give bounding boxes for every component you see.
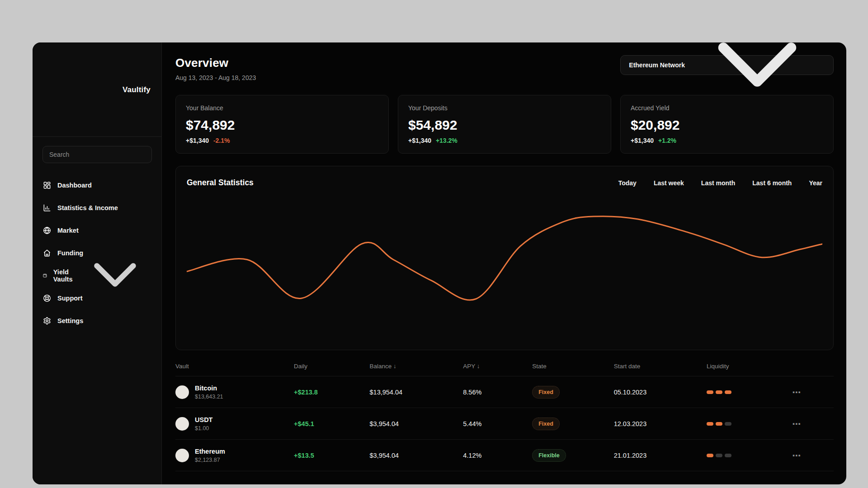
- network-selector-button[interactable]: Ethereum Network: [620, 55, 834, 75]
- card-label: Your Balance: [186, 104, 378, 112]
- card-delta: +$1,340: [186, 137, 209, 144]
- apy-value: 8.56%: [463, 389, 532, 396]
- filter-last-6-month[interactable]: Last 6 month: [752, 179, 792, 187]
- gear-icon: [42, 316, 52, 325]
- vault-avatar: [175, 385, 189, 399]
- column-header-balance[interactable]: Balance ↓: [370, 363, 463, 370]
- filter-today[interactable]: Today: [618, 179, 637, 187]
- liquidity-indicator: [707, 390, 792, 394]
- vault-row-bitcoin[interactable]: Bitcoin $13,643.21+$213.8$13,954.048.56%…: [175, 376, 834, 408]
- liquidity-dash-inactive: [716, 454, 722, 457]
- filter-last-month[interactable]: Last month: [701, 179, 735, 187]
- vault-name: Bitcoin: [195, 385, 223, 392]
- balance-value: $3,954.04: [370, 452, 463, 459]
- start-date: 12.03.2023: [614, 420, 707, 427]
- column-header-vault: Vault: [175, 363, 294, 370]
- wallet-icon: [42, 271, 47, 280]
- column-header-apy[interactable]: APY ↓: [463, 363, 532, 370]
- sidebar-item-label: Market: [57, 227, 79, 234]
- state-badge: Flexible: [532, 449, 566, 462]
- life-buoy-icon: [42, 294, 52, 303]
- home-icon: [42, 249, 52, 258]
- vault-price: $1.00: [195, 425, 212, 432]
- start-date: 21.01.2023: [614, 452, 707, 459]
- sidebar-item-settings[interactable]: Settings: [33, 310, 161, 332]
- chart-line-series: [187, 216, 822, 300]
- card-label: Your Deposits: [408, 104, 601, 112]
- liquidity-dash-active: [725, 390, 731, 394]
- sidebar-item-support[interactable]: Support: [33, 287, 161, 310]
- vault-price: $2,123.87: [195, 457, 225, 463]
- sidebar-item-yield-vaults[interactable]: Yield Vaults: [33, 264, 161, 287]
- filter-year[interactable]: Year: [809, 179, 822, 187]
- chevron-down-icon: [689, 42, 825, 134]
- row-menu-button[interactable]: ⋯: [792, 450, 834, 460]
- card-delta-percent: +1.2%: [658, 137, 676, 144]
- vault-row-ethereum[interactable]: Ethereum $2,123.87+$13.5$3,954.044.12%Fl…: [175, 440, 834, 471]
- sidebar-item-label: Settings: [57, 317, 83, 324]
- liquidity-dash-active: [716, 390, 722, 394]
- stat-card-your-deposits: Your Deposits $54,892 +$1,340 +13.2%: [398, 95, 611, 154]
- table-header-row: VaultDailyBalance ↓APY ↓StateStart dateL…: [175, 357, 834, 376]
- column-header-daily: Daily: [294, 363, 369, 370]
- card-delta-percent: -2.1%: [213, 137, 230, 144]
- sidebar-item-label: Yield Vaults: [53, 268, 73, 283]
- state-badge: Fixed: [532, 386, 560, 399]
- wallet-icon: [43, 52, 117, 128]
- sidebar-nav: DashboardStatistics & IncomeMarketFundin…: [33, 174, 161, 332]
- daily-change: +$45.1: [294, 420, 369, 427]
- liquidity-dash-inactive: [725, 422, 731, 426]
- app-title: Vaultify: [123, 85, 151, 94]
- daily-change: +$13.5: [294, 452, 369, 459]
- line-chart: [187, 194, 822, 334]
- sidebar-item-label: Support: [57, 295, 83, 302]
- apy-value: 4.12%: [463, 452, 532, 459]
- liquidity-indicator: [707, 422, 792, 426]
- liquidity-dash-active: [716, 422, 722, 426]
- card-value: $74,892: [186, 117, 378, 133]
- filter-last-week[interactable]: Last week: [654, 179, 684, 187]
- sidebar: Vaultify DashboardStatistics & IncomeMar…: [33, 42, 162, 484]
- time-filters: TodayLast weekLast monthLast 6 monthYear: [618, 179, 822, 187]
- globe-icon: [42, 226, 52, 235]
- vault-name: USDT: [195, 416, 212, 423]
- balance-value: $3,954.04: [370, 420, 463, 427]
- bar-chart-icon: [42, 203, 52, 212]
- balance-value: $13,954.04: [370, 389, 463, 396]
- sidebar-item-statistics-income[interactable]: Statistics & Income: [33, 197, 161, 219]
- liquidity-dash-active: [707, 390, 713, 394]
- start-date: 05.10.2023: [614, 389, 707, 396]
- sidebar-item-label: Statistics & Income: [57, 204, 118, 211]
- search-input[interactable]: [42, 146, 152, 163]
- dashboard-grid-icon: [42, 181, 52, 190]
- state-badge: Fixed: [532, 418, 560, 430]
- row-menu-button[interactable]: ⋯: [792, 419, 834, 429]
- liquidity-dash-active: [707, 422, 713, 426]
- sidebar-item-dashboard[interactable]: Dashboard: [33, 174, 161, 197]
- column-header-state: State: [532, 363, 614, 370]
- card-delta: +$1,340: [408, 137, 431, 144]
- panel-title: General Statistics: [187, 178, 254, 188]
- vault-name: Ethereum: [195, 448, 225, 455]
- card-value: $54,892: [408, 117, 601, 133]
- vaults-table: VaultDailyBalance ↓APY ↓StateStart dateL…: [175, 357, 834, 471]
- row-menu-button[interactable]: ⋯: [792, 387, 834, 397]
- apy-value: 5.44%: [463, 420, 532, 427]
- daily-change: +$213.8: [294, 389, 369, 396]
- network-selector-label: Ethereum Network: [629, 61, 685, 69]
- stat-card-your-balance: Your Balance $74,892 +$1,340 -2.1%: [175, 95, 389, 154]
- app-logo: Vaultify: [33, 42, 161, 137]
- sidebar-item-label: Dashboard: [57, 182, 92, 189]
- vault-avatar: [175, 417, 189, 431]
- vault-row-usdt[interactable]: USDT $1.00+$45.1$3,954.045.44%Fixed12.03…: [175, 408, 834, 440]
- column-header-liquidity: Liquidity: [707, 363, 792, 370]
- table-body: Bitcoin $13,643.21+$213.8$13,954.048.56%…: [175, 376, 834, 471]
- card-delta-percent: +13.2%: [436, 137, 458, 144]
- card-delta: +$1,340: [631, 137, 654, 144]
- main-content: Overview Aug 13, 2023 - Aug 18, 2023 Eth…: [162, 42, 846, 484]
- liquidity-dash-active: [707, 454, 713, 457]
- vault-price: $13,643.21: [195, 394, 223, 400]
- general-statistics-panel: General Statistics TodayLast weekLast mo…: [175, 166, 834, 350]
- liquidity-indicator: [707, 454, 792, 457]
- column-header-start-date: Start date: [614, 363, 707, 370]
